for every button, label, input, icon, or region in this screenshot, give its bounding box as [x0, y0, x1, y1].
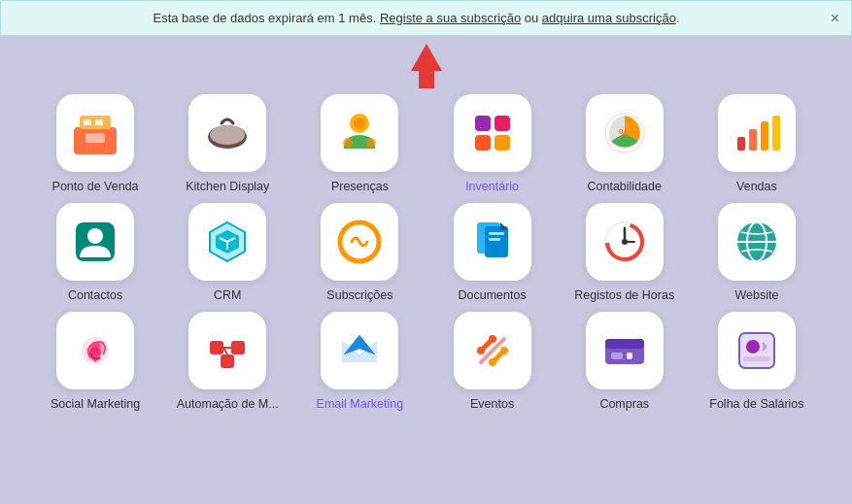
app-icon-website: [718, 203, 796, 281]
app-icon-folha-de-salarios: [718, 312, 796, 389]
svg-point-61: [763, 345, 767, 349]
svg-rect-13: [475, 135, 491, 151]
app-label-subscricoes: Subscrições: [326, 288, 392, 302]
svg-rect-29: [489, 238, 500, 241]
app-icon-email-marketing: [321, 312, 398, 389]
app-icon-social-marketing: [56, 312, 134, 389]
svg-rect-14: [494, 135, 510, 151]
app-icon-vendas: [718, 94, 796, 172]
app-icon-contabilidade: %: [586, 94, 664, 172]
notification-close-button[interactable]: ×: [831, 10, 839, 27]
app-label-documentos: Documentos: [458, 288, 526, 302]
svg-point-52: [500, 347, 508, 354]
app-icon-compras: [586, 312, 664, 389]
svg-rect-4: [85, 133, 105, 143]
banner-text-before: Esta base de dados expirará em 1 mês.: [153, 11, 380, 25]
app-icon-contactos: [56, 203, 134, 281]
banner-text-middle: ou: [521, 11, 542, 25]
app-item-crm[interactable]: CRM: [169, 203, 286, 302]
svg-rect-28: [489, 232, 504, 235]
svg-line-44: [223, 348, 227, 354]
app-label-vendas: Vendas: [736, 180, 777, 193]
apps-grid: Ponto de Venda Kitchen Display Presenças…: [0, 75, 852, 430]
app-label-social-marketing: Social Marketing: [51, 397, 140, 411]
svg-point-8: [354, 118, 365, 129]
arrow-up-icon: [411, 44, 442, 71]
app-label-folha-de-salarios: Folha de Salários: [709, 397, 803, 411]
svg-rect-11: [475, 116, 491, 131]
app-icon-crm: [188, 203, 266, 281]
app-item-registos-de-horas[interactable]: Registos de Horas: [566, 203, 683, 302]
svg-rect-54: [605, 339, 644, 349]
svg-rect-17: [737, 137, 745, 151]
notification-banner: Esta base de dados expirará em 1 mês. Re…: [0, 0, 852, 36]
svg-point-9: [343, 138, 353, 148]
app-item-email-marketing[interactable]: Email Marketing: [301, 312, 418, 411]
app-label-contactos: Contactos: [68, 288, 122, 302]
svg-rect-55: [611, 353, 623, 359]
app-label-automacao-de-m: Automação de M...: [177, 397, 279, 411]
arrow-indicator: [0, 44, 852, 71]
svg-point-34: [622, 239, 628, 245]
app-icon-registos-de-horas: [586, 203, 664, 281]
svg-point-49: [477, 347, 485, 354]
app-item-ponto-de-venda[interactable]: Ponto de Venda: [37, 94, 153, 193]
app-icon-kitchen-display: [188, 94, 266, 172]
svg-text:%: %: [619, 127, 629, 139]
svg-rect-60: [743, 356, 770, 361]
app-label-website: Website: [734, 288, 778, 302]
app-label-inventario: Inventário: [465, 180, 519, 193]
app-icon-inventario: [454, 94, 531, 172]
svg-rect-3: [95, 119, 103, 125]
svg-point-22: [87, 228, 103, 244]
app-label-contabilidade: Contabilidade: [588, 180, 662, 193]
banner-link-register[interactable]: Registe a sua subscrição: [380, 11, 521, 25]
app-item-automacao-de-m[interactable]: Automação de M...: [169, 312, 286, 411]
app-icon-ponto-de-venda: [56, 94, 134, 172]
app-item-contactos[interactable]: Contactos: [37, 203, 153, 302]
banner-text-after: .: [676, 11, 680, 25]
svg-rect-42: [221, 354, 234, 368]
app-icon-documentos: [454, 203, 531, 281]
app-label-email-marketing: Email Marketing: [317, 397, 404, 411]
app-label-eventos: Eventos: [470, 397, 514, 411]
app-item-folha-de-salarios[interactable]: Folha de Salários: [699, 312, 815, 411]
app-icon-presencas: [321, 94, 398, 172]
app-item-presencas[interactable]: Presenças: [301, 94, 418, 193]
svg-rect-56: [627, 353, 632, 359]
svg-point-6: [210, 125, 245, 145]
svg-rect-2: [84, 119, 91, 125]
banner-link-acquire[interactable]: adquira uma subscrição: [542, 11, 676, 25]
app-label-compras: Compras: [599, 397, 649, 411]
app-label-registos-de-horas: Registos de Horas: [574, 288, 674, 302]
app-label-kitchen-display: Kitchen Display: [186, 180, 269, 193]
app-icon-subscricoes: [321, 203, 398, 281]
svg-point-50: [489, 335, 496, 343]
svg-rect-12: [494, 116, 510, 131]
app-item-social-marketing[interactable]: Social Marketing: [37, 312, 153, 411]
app-item-eventos[interactable]: Eventos: [434, 312, 551, 411]
app-item-vendas[interactable]: Vendas: [699, 94, 815, 193]
svg-rect-18: [749, 129, 757, 151]
app-item-inventario[interactable]: Inventário: [434, 94, 551, 193]
app-item-compras[interactable]: Compras: [566, 312, 683, 411]
svg-rect-27: [485, 226, 508, 257]
app-label-ponto-de-venda: Ponto de Venda: [52, 180, 139, 193]
app-item-contabilidade[interactable]: % Contabilidade: [566, 94, 683, 193]
app-label-presencas: Presenças: [331, 180, 389, 193]
svg-rect-19: [761, 121, 768, 151]
svg-point-51: [489, 358, 496, 366]
svg-point-59: [746, 340, 760, 353]
app-label-crm: CRM: [214, 288, 241, 302]
svg-rect-20: [772, 116, 780, 151]
app-item-subscricoes[interactable]: Subscrições: [301, 203, 418, 302]
app-icon-eventos: [454, 312, 531, 389]
app-item-documentos[interactable]: Documentos: [434, 203, 551, 302]
app-item-website[interactable]: Website: [699, 203, 815, 302]
app-item-kitchen-display[interactable]: Kitchen Display: [169, 94, 286, 193]
svg-point-10: [366, 138, 376, 148]
app-icon-automacao-de-m: [188, 312, 266, 389]
